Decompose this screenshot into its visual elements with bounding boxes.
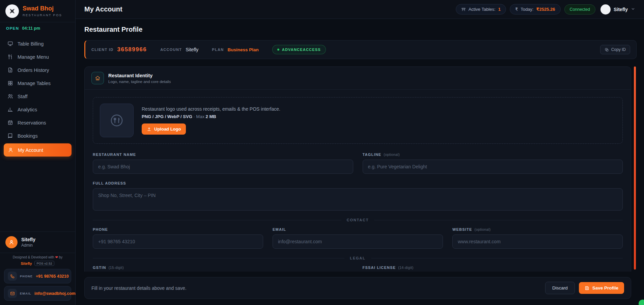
logo-description: Restaurant logo used across receipts, em… bbox=[142, 106, 280, 112]
open-label: OPEN bbox=[6, 26, 19, 30]
vertical-scrollbar[interactable] bbox=[634, 66, 636, 270]
top-header: My Account Active Tables: 1 ₹ Today: ₹25… bbox=[76, 0, 644, 19]
today-label: Today: bbox=[521, 7, 533, 12]
save-icon bbox=[585, 286, 589, 290]
main-column: My Account Active Tables: 1 ₹ Today: ₹25… bbox=[76, 0, 644, 305]
today-revenue-pill[interactable]: ₹ Today: ₹2525.26 bbox=[510, 4, 561, 15]
client-info-bar: CLIENT ID 36589966 ACCOUNT Sitefly PLAN … bbox=[84, 40, 637, 59]
email-value: info@swadbhoj.com bbox=[34, 291, 76, 296]
active-tables-value: 1 bbox=[498, 7, 501, 12]
copy-id-button[interactable]: Copy ID bbox=[600, 45, 630, 54]
credit-block: Designed & Developed with ❤ by Sitefly P… bbox=[0, 253, 75, 269]
main-content: Restaurant Profile CLIENT ID 36589966 AC… bbox=[76, 19, 644, 305]
sidebar-item-analytics[interactable]: Analytics bbox=[0, 103, 75, 116]
user-name: Sitefly bbox=[21, 237, 35, 242]
tagline-input[interactable] bbox=[363, 160, 623, 174]
table-icon bbox=[461, 7, 466, 12]
website-input[interactable] bbox=[452, 234, 623, 249]
phone-label: PHONE bbox=[20, 275, 33, 278]
website-optional-hint: (optional) bbox=[475, 227, 491, 231]
client-id-value: 36589966 bbox=[117, 46, 147, 53]
header-user-name: Sitefly bbox=[614, 7, 628, 12]
tagline-optional-hint: (optional) bbox=[384, 152, 400, 157]
sidebar-user-card[interactable]: Sitefly Admin bbox=[0, 231, 75, 253]
bar-chart-icon bbox=[7, 107, 13, 112]
save-footer-bar: Fill in your restaurant details above an… bbox=[84, 277, 631, 299]
logo-upload-zone: Restaurant logo used across receipts, em… bbox=[93, 97, 623, 144]
monitor-icon bbox=[7, 41, 13, 47]
brand-subtitle: RESTAURANT POS bbox=[23, 13, 62, 17]
footer-message: Fill in your restaurant details above an… bbox=[91, 285, 187, 291]
sidebar-item-orders-history[interactable]: Orders History bbox=[0, 63, 75, 77]
header-user-menu[interactable]: Sitefly bbox=[599, 4, 635, 15]
upload-icon bbox=[147, 127, 151, 132]
sidebar-item-bookings[interactable]: Bookings bbox=[0, 129, 75, 142]
full-address-input[interactable] bbox=[93, 188, 623, 211]
credit-brand-link[interactable]: Sitefly bbox=[21, 261, 32, 266]
sidebar: Swad Bhoj RESTAURANT POS OPEN 04:11 pm T… bbox=[0, 0, 76, 305]
sidebar-item-table-billing[interactable]: Table Billing bbox=[0, 37, 75, 50]
logo-max-value: 2 MB bbox=[206, 114, 216, 119]
sidebar-item-staff[interactable]: Staff bbox=[0, 90, 75, 103]
app-window: Swad Bhoj RESTAURANT POS OPEN 04:11 pm T… bbox=[0, 0, 644, 305]
active-tables-pill[interactable]: Active Tables: 1 bbox=[456, 4, 506, 15]
plate-icon bbox=[109, 113, 124, 128]
heart-icon: ❤ bbox=[55, 255, 58, 259]
status-dot-icon bbox=[277, 49, 279, 51]
sidebar-item-my-account[interactable]: My Account bbox=[4, 143, 72, 157]
active-tables-label: Active Tables: bbox=[469, 7, 496, 12]
legal-section-divider: LEGAL bbox=[93, 256, 623, 260]
utensils-icon bbox=[7, 54, 13, 60]
users-icon bbox=[7, 93, 13, 99]
upload-logo-button[interactable]: Upload Logo bbox=[142, 123, 186, 135]
connection-status-badge: Connected bbox=[564, 4, 595, 15]
client-id-label: CLIENT ID bbox=[91, 48, 113, 52]
logo-formats: PNG / JPG / WebP / SVG bbox=[142, 114, 192, 119]
open-time: 04:11 pm bbox=[22, 26, 40, 31]
version-badge: POS v2.52 bbox=[34, 261, 55, 266]
plan-label: PLAN bbox=[212, 48, 224, 52]
identity-card-title: Restaurant Identity bbox=[108, 73, 171, 78]
logo-max-label: · Max bbox=[193, 114, 204, 119]
plan-value: Business Plan bbox=[228, 47, 259, 52]
user-role: Admin bbox=[21, 243, 35, 248]
envelope-icon bbox=[8, 289, 17, 298]
sidebar-item-reservations[interactable]: Reservations bbox=[0, 116, 75, 129]
phone-input[interactable] bbox=[93, 234, 263, 249]
open-status: OPEN 04:11 pm bbox=[0, 22, 75, 34]
profile-scroll-area: Restaurant Identity Logo, name, tagline … bbox=[84, 66, 637, 272]
save-profile-button[interactable]: Save Profile bbox=[579, 282, 624, 294]
restaurant-name-label: RESTAURANT NAME bbox=[93, 152, 136, 157]
user-icon bbox=[8, 239, 15, 245]
header-avatar bbox=[600, 4, 611, 15]
email-field-label: EMAIL bbox=[273, 227, 286, 231]
page-title: Restaurant Profile bbox=[84, 26, 637, 33]
user-avatar bbox=[5, 236, 18, 248]
gstin-hint: (15-digit) bbox=[109, 266, 124, 270]
website-field-label: WEBSITE bbox=[452, 227, 472, 231]
fssai-hint: (14-digit) bbox=[398, 266, 413, 270]
sidebar-item-manage-menu[interactable]: Manage Menu bbox=[0, 50, 75, 63]
fssai-label: FSSAI LICENSE bbox=[363, 266, 396, 270]
user-icon bbox=[8, 147, 13, 153]
restaurant-name-input[interactable] bbox=[93, 160, 353, 174]
document-icon bbox=[7, 67, 13, 73]
rupee-icon: ₹ bbox=[515, 7, 518, 12]
phone-icon bbox=[8, 272, 17, 281]
identity-card-header: Restaurant Identity Logo, name, tagline … bbox=[85, 67, 631, 90]
credit-suffix: by bbox=[59, 255, 63, 259]
discard-button[interactable]: Discard bbox=[545, 282, 575, 294]
grid-icon bbox=[7, 80, 13, 86]
contact-section-divider: CONTACT bbox=[93, 218, 623, 222]
account-value: Sitefly bbox=[186, 47, 198, 52]
home-icon bbox=[91, 72, 104, 84]
sidebar-bottom: Sitefly Admin Designed & Developed with … bbox=[0, 231, 75, 305]
sidebar-item-manage-tables[interactable]: Manage Tables bbox=[0, 77, 75, 90]
credit-prefix: Designed & Developed with bbox=[13, 255, 54, 259]
email-input[interactable] bbox=[273, 234, 443, 249]
sidebar-phone-box[interactable]: PHONE +91 98765 43210 bbox=[4, 269, 71, 283]
tagline-label: TAGLINE bbox=[363, 152, 382, 157]
sidebar-email-box[interactable]: EMAIL info@swadbhoj.com bbox=[4, 286, 71, 301]
brand-logo-icon bbox=[5, 4, 19, 18]
phone-field-label: PHONE bbox=[93, 227, 108, 231]
